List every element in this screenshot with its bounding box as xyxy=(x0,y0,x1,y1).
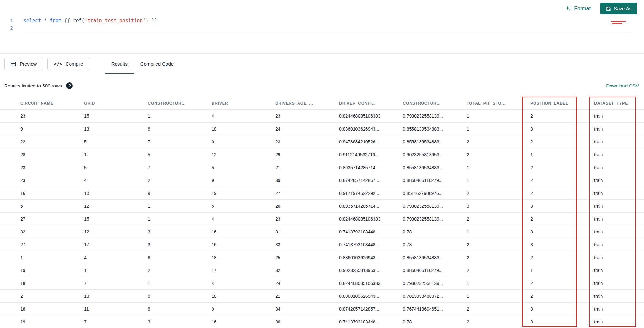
table-cell: 4 xyxy=(212,216,275,222)
table-cell: 3 xyxy=(530,204,594,209)
table-cell: 17 xyxy=(212,268,275,273)
code-line[interactable]: 2 xyxy=(0,24,644,32)
table-cell: 32 xyxy=(20,229,84,234)
table-cell: 32 xyxy=(275,268,339,273)
table-cell: 2 xyxy=(467,306,530,312)
results-info-bar: Results limited to 500 rows. ? Download … xyxy=(0,74,644,97)
table-row: 22570230.9473684210526...0.8558139534883… xyxy=(0,135,644,148)
table-cell: 5 xyxy=(212,165,275,170)
column-header: TOTAL_PIT_STO... xyxy=(467,101,530,105)
table-row: 23429390.8742857142857...0.8860465116279… xyxy=(0,174,644,187)
table-cell: 2 xyxy=(467,268,530,273)
table-cell: 16 xyxy=(212,229,275,234)
table-row: 3212316310.7413793103448...0.7813train xyxy=(0,225,644,238)
table-cell: 0.7813953488372... xyxy=(403,294,467,299)
table-cell: train xyxy=(594,165,644,170)
code-content[interactable] xyxy=(24,24,632,32)
code-line[interactable]: 1select * from {{ ref('train_test_positi… xyxy=(0,17,644,24)
table-cell: 0.78 xyxy=(403,229,467,234)
help-icon[interactable]: ? xyxy=(66,82,73,89)
table-cell: 7 xyxy=(84,281,148,286)
table-cell: 5 xyxy=(212,204,275,209)
table-cell: 10 xyxy=(84,191,148,196)
table-cell: 16 xyxy=(212,319,275,324)
table-cell: 12 xyxy=(84,229,148,234)
table-cell: 3 xyxy=(530,319,594,324)
table-cell: 0 xyxy=(148,294,212,299)
table-cell: train xyxy=(594,255,644,260)
table-cell: 2 xyxy=(530,114,594,119)
table-cell: 2 xyxy=(530,139,594,144)
table-cell: 23 xyxy=(20,178,84,183)
table-cell: 2 xyxy=(530,281,594,286)
preview-label: Preview xyxy=(20,61,37,67)
tab-compiled-code[interactable]: Compiled Code xyxy=(134,54,180,74)
editor-lines[interactable]: 1select * from {{ ref('train_test_positi… xyxy=(0,0,644,32)
table-cell: 9 xyxy=(212,178,275,183)
table-cell: 0.7413793103448... xyxy=(339,229,403,234)
table-cell: 2 xyxy=(467,255,530,260)
code-icon: </> xyxy=(54,61,62,67)
table-cell: train xyxy=(594,204,644,209)
table-cell: 0.9023255813953... xyxy=(339,268,403,273)
tab-results[interactable]: Results xyxy=(105,54,134,74)
table-cell: 0.8558139534883... xyxy=(403,126,467,132)
table-cell: 33 xyxy=(275,242,339,247)
table-cell: 0.9171974522292... xyxy=(339,191,403,196)
table-row: 1610919270.9171974522292...0.85116279069… xyxy=(0,187,644,200)
table-cell: 1 xyxy=(467,229,530,234)
table-cell: 18 xyxy=(212,255,275,260)
table-cell: 2 xyxy=(467,139,530,144)
table-cell: 22 xyxy=(20,139,84,144)
line-number: 1 xyxy=(0,17,13,24)
table-cell: 19 xyxy=(20,319,84,324)
table-cell: 0.8860103626943... xyxy=(339,255,403,260)
table-cell: 6 xyxy=(148,255,212,260)
table-cell: 0.824468085106383 xyxy=(339,281,403,286)
table-cell: 0.8860103626943... xyxy=(339,294,403,299)
format-button[interactable]: Format xyxy=(565,6,591,12)
table-body: 231514230.8244680851063830.7930232558139… xyxy=(0,110,644,328)
table-cell: 2 xyxy=(530,191,594,196)
table-cell: 0.8035714285714... xyxy=(339,165,403,170)
table-cell: 5 xyxy=(148,152,212,157)
table-cell: 13 xyxy=(84,126,148,132)
tabs: ResultsCompiled Code xyxy=(105,54,180,74)
table-cell: train xyxy=(594,126,644,132)
table-cell: 27 xyxy=(20,242,84,247)
table-cell: 20 xyxy=(275,204,339,209)
table-cell: 21 xyxy=(275,294,339,299)
table-cell: 0.8860465116279... xyxy=(403,268,467,273)
table-cell: 16 xyxy=(20,191,84,196)
table-cell: 1 xyxy=(467,281,530,286)
table-cell: 2 xyxy=(530,178,594,183)
table-cell: 31 xyxy=(275,229,339,234)
table-cell: 3 xyxy=(530,242,594,247)
code-content[interactable]: select * from {{ ref('train_test_positio… xyxy=(24,17,632,24)
table-cell: 0.7413793103448... xyxy=(339,242,403,247)
table-cell: 23 xyxy=(275,114,339,119)
table-row: 191217320.9023255813953...0.886046511627… xyxy=(0,264,644,277)
save-as-button[interactable]: Save As xyxy=(600,3,637,14)
table-cell: 0.7413793103448... xyxy=(339,319,403,324)
compile-button[interactable]: </> Compile xyxy=(47,58,90,70)
table-cell: 15 xyxy=(84,114,148,119)
compile-label: Compile xyxy=(66,61,83,67)
table-cell: 4 xyxy=(84,178,148,183)
table-cell: 3 xyxy=(148,229,212,234)
download-csv-link[interactable]: Download CSV xyxy=(606,83,639,88)
table-cell: 23 xyxy=(20,114,84,119)
results-table: CIRCUIT_NAMEGRIDCONSTRUCTOR...DRIVERDRIV… xyxy=(0,97,644,328)
column-header: DRIVER xyxy=(212,101,275,105)
table-icon xyxy=(11,61,16,67)
table-cell: 2 xyxy=(467,319,530,324)
table-cell: train xyxy=(594,281,644,286)
table-cell: 18 xyxy=(212,126,275,132)
table-cell: 13 xyxy=(84,294,148,299)
table-cell: 3 xyxy=(530,306,594,312)
save-as-label: Save As xyxy=(614,6,631,11)
table-cell: 1 xyxy=(467,126,530,132)
table-cell: 18 xyxy=(20,306,84,312)
preview-button[interactable]: Preview xyxy=(4,58,43,70)
dbt-ide-screen: { "editor": { "lines": [ { "number": "1"… xyxy=(0,0,644,328)
